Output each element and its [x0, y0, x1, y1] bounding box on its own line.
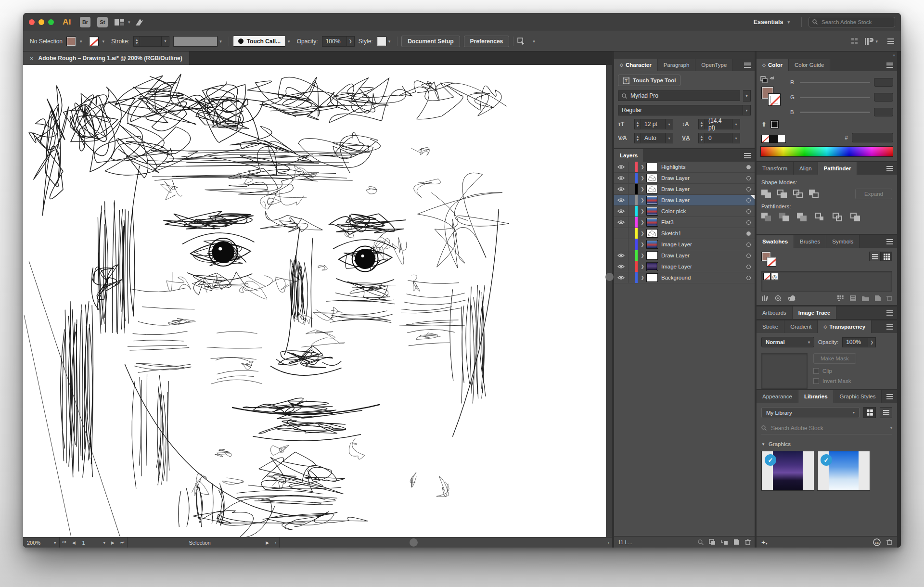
chevron-down-icon[interactable]: ▾	[666, 133, 673, 143]
layer-thumbnail[interactable]	[646, 229, 658, 238]
layer-thumbnail[interactable]	[646, 196, 658, 204]
vertical-scrollbar-thumb[interactable]	[605, 273, 614, 281]
arrange-documents-icon[interactable]	[115, 19, 124, 26]
visibility-toggle[interactable]	[614, 195, 629, 205]
chevron-down-icon[interactable]: ▾	[732, 119, 740, 129]
swatch-libraries-icon[interactable]	[761, 295, 769, 301]
expand-layer-icon[interactable]: ❯	[639, 198, 646, 203]
expand-layer-icon[interactable]: ❯	[639, 231, 646, 236]
lock-toggle[interactable]	[629, 162, 635, 172]
clipping-mask-icon[interactable]	[709, 539, 716, 545]
delete-layer-icon[interactable]	[745, 539, 751, 545]
layer-name[interactable]: Draw Layer	[661, 175, 742, 181]
channel-value-field[interactable]	[874, 78, 893, 87]
channel-value-field[interactable]	[874, 93, 893, 102]
font-style-field[interactable]: Regular	[618, 105, 743, 115]
stroke-weight-label[interactable]: Stroke:	[111, 38, 129, 45]
layer-name[interactable]: Background	[661, 275, 742, 281]
horizontal-scrollbar[interactable]	[279, 537, 605, 548]
chevron-down-icon[interactable]: ▾	[875, 39, 878, 44]
layer-row[interactable]: ❯Draw Layer	[614, 250, 755, 261]
layer-name[interactable]: Draw Layer	[661, 253, 742, 258]
expand-layer-icon[interactable]: ❯	[639, 220, 646, 225]
layer-target[interactable]	[742, 209, 755, 214]
opacity-label[interactable]: Opacity:	[297, 38, 318, 45]
layer-target[interactable]	[742, 265, 755, 269]
layer-thumbnail[interactable]	[646, 240, 658, 249]
layer-target[interactable]	[742, 276, 755, 280]
layer-target[interactable]	[742, 176, 755, 180]
tab-transform[interactable]: Transform	[757, 162, 794, 175]
preferences-button[interactable]: Preferences	[464, 36, 510, 47]
outline-icon[interactable]	[833, 213, 842, 221]
panel-menu-icon[interactable]	[744, 59, 755, 71]
chevron-down-icon[interactable]: ▾	[128, 20, 130, 25]
lock-toggle[interactable]	[629, 228, 635, 239]
stroke-swatch[interactable]	[768, 93, 781, 106]
lock-toggle[interactable]	[629, 184, 635, 194]
layer-name[interactable]: Image Layer	[661, 264, 742, 269]
kerning-stepper[interactable]: ▲▼	[634, 133, 641, 143]
library-stock-search[interactable]: ▾	[761, 422, 892, 434]
leading-field[interactable]: (14.4 pt)	[705, 119, 732, 129]
chevron-down-icon[interactable]: ▾	[51, 540, 59, 545]
layer-name[interactable]: Draw Layer	[661, 197, 742, 203]
delete-swatch-icon[interactable]	[886, 295, 892, 301]
layer-target[interactable]	[742, 220, 755, 225]
layer-row[interactable]: ❯Highlights	[614, 162, 755, 173]
tab-swatches[interactable]: Swatches	[757, 235, 794, 248]
stock-button[interactable]: St	[97, 17, 108, 27]
tab-paragraph[interactable]: Paragraph	[658, 59, 696, 71]
library-selector[interactable]: My Library ▾	[761, 407, 860, 418]
tab-color[interactable]: ◇Color	[757, 59, 789, 71]
layer-name[interactable]: Color pick	[661, 208, 742, 214]
tab-color-guide[interactable]: Color Guide	[789, 59, 830, 71]
canvas[interactable]	[23, 65, 612, 537]
layer-target[interactable]	[742, 242, 755, 247]
minus-back-icon[interactable]	[850, 213, 860, 221]
visibility-toggle[interactable]	[614, 184, 629, 194]
layer-thumbnail[interactable]	[646, 163, 658, 171]
minimize-window-button[interactable]	[38, 19, 44, 25]
layer-row[interactable]: ❯Draw Layer	[614, 173, 755, 184]
visibility-toggle[interactable]	[614, 239, 629, 250]
swatch-options-icon[interactable]	[850, 295, 856, 301]
panel-dock-icon[interactable]	[865, 38, 873, 45]
font-size-stepper[interactable]: ▲▼	[634, 119, 641, 129]
channel-value-field[interactable]	[874, 108, 893, 116]
tab-stroke[interactable]: Stroke	[757, 320, 784, 333]
tab-pathfinder[interactable]: Pathfinder	[818, 162, 858, 175]
layer-thumbnail[interactable]	[646, 185, 658, 193]
layer-target[interactable]	[742, 198, 755, 203]
scroll-left-icon[interactable]: ‹	[272, 540, 279, 545]
new-sublayer-icon[interactable]	[721, 539, 728, 545]
stroke-weight-field[interactable]	[140, 36, 162, 47]
status-menu-icon[interactable]: ▶	[266, 540, 269, 545]
visibility-toggle[interactable]	[614, 228, 629, 239]
grid-view-button[interactable]	[863, 407, 876, 418]
close-window-button[interactable]	[29, 19, 35, 25]
channel-slider[interactable]	[800, 97, 870, 98]
scroll-right-icon[interactable]: ›	[605, 540, 612, 545]
lock-toggle[interactable]	[629, 206, 635, 217]
tab-transparency[interactable]: ◇Transparency	[818, 320, 872, 333]
white-swatch[interactable]	[778, 135, 786, 143]
tab-symbols[interactable]: Symbols	[826, 235, 860, 248]
chevron-down-icon[interactable]: ▾	[101, 540, 109, 545]
visibility-toggle[interactable]	[614, 261, 629, 272]
graphic-style-swatch[interactable]	[377, 37, 386, 46]
prev-artboard-button[interactable]: ◀	[69, 540, 78, 545]
zoom-window-button[interactable]	[48, 19, 54, 25]
layer-name[interactable]: Sketch1	[661, 230, 742, 236]
chevron-down-icon[interactable]: ▾	[743, 105, 751, 115]
tab-brushes[interactable]: Brushes	[794, 235, 826, 248]
visibility-toggle[interactable]	[614, 272, 629, 283]
trim-icon[interactable]	[779, 213, 789, 221]
creative-cloud-icon[interactable]: cc	[873, 538, 881, 546]
visibility-toggle[interactable]	[614, 250, 629, 261]
layer-name[interactable]: Draw Layer	[661, 186, 742, 192]
tab-graphic-styles[interactable]: Graphic Styles	[834, 390, 882, 403]
layer-target[interactable]	[742, 254, 755, 258]
layer-target[interactable]	[742, 187, 755, 191]
expand-layer-icon[interactable]: ❯	[639, 209, 646, 214]
